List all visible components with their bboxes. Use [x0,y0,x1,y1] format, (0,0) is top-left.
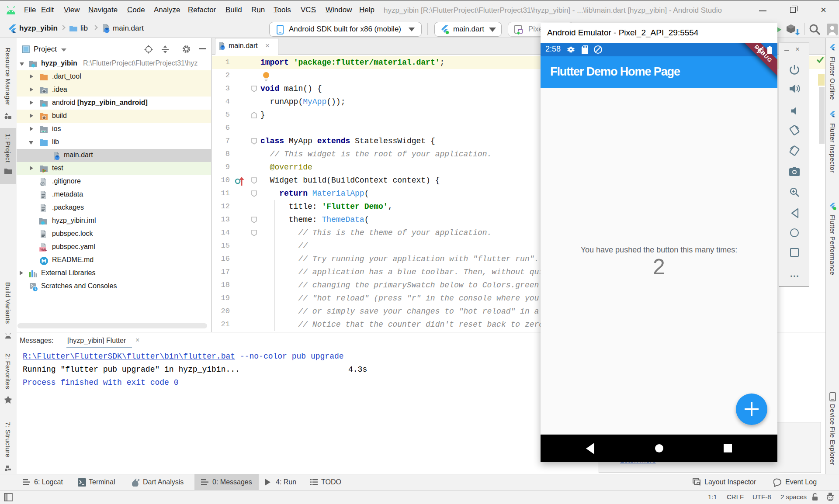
svg-text:YML: YML [40,248,47,252]
